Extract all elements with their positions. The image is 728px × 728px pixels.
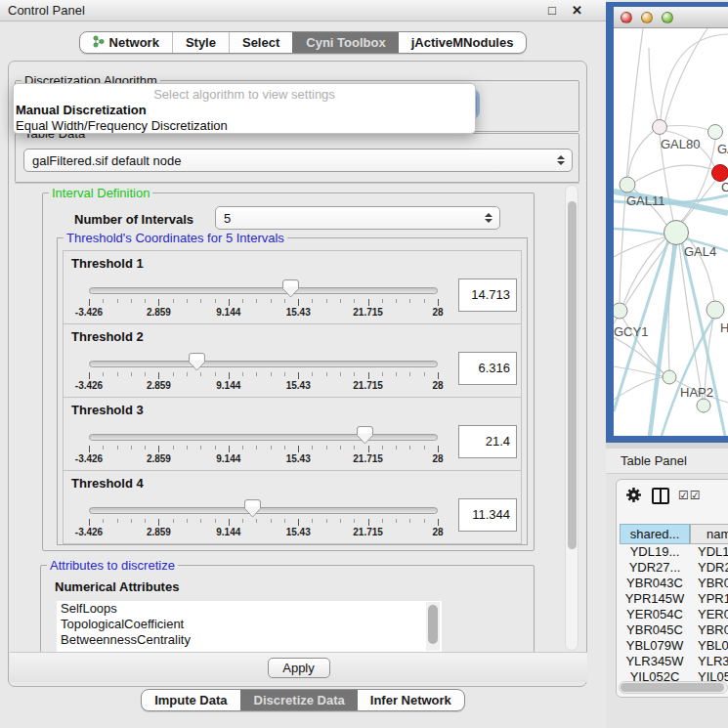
- bottom-tab-impute-data[interactable]: Impute Data: [142, 690, 239, 710]
- cell-name[interactable]: YDL19...: [690, 544, 728, 560]
- slider-ticks-2: [89, 372, 438, 380]
- select-checkboxes-icon[interactable]: ☑☑: [678, 489, 702, 502]
- slider-thumb-1[interactable]: [282, 279, 299, 298]
- cell-shared-name[interactable]: YBR043C: [620, 576, 690, 591]
- cell-shared-name[interactable]: YBR045C: [620, 622, 690, 638]
- control-panel-titlebar: Control Panel □ ✕: [0, 0, 606, 21]
- table-data-combobox[interactable]: galFiltered.sif default node: [23, 149, 573, 172]
- slider-thumb-3[interactable]: [357, 426, 373, 445]
- dropdown-hint-item[interactable]: Select algorithm to view settings: [14, 87, 475, 102]
- network-edge[interactable]: [661, 34, 728, 119]
- table-header-row: shared...name: [620, 524, 728, 544]
- H-node[interactable]: [707, 301, 724, 319]
- table-panel-title: Table Panel: [621, 453, 687, 468]
- tab-network[interactable]: Network: [80, 32, 172, 53]
- GAL4-node[interactable]: [664, 221, 689, 245]
- table-row[interactable]: YBR045CYBR045C: [620, 622, 728, 638]
- tab-select[interactable]: Select: [229, 32, 292, 53]
- network-edge[interactable]: [635, 165, 711, 182]
- node-label-gal80: GAL80: [661, 137, 700, 151]
- selected-red-node[interactable]: [712, 165, 728, 182]
- table-row[interactable]: YER054CYER054C: [620, 607, 728, 622]
- table-row[interactable]: YBL079WYBL079W: [620, 638, 728, 654]
- threshold-label-1: Threshold 1: [71, 256, 144, 271]
- mac-minimize-button[interactable]: [641, 12, 653, 23]
- cell-shared-name[interactable]: YER054C: [620, 607, 690, 622]
- attribute-item-betweennesscentrality[interactable]: BetweennessCentrality: [57, 632, 442, 648]
- network-canvas[interactable]: GAL80GACGAL11GAL4GCY1HHAP2: [614, 28, 728, 436]
- cell-shared-name[interactable]: YDR27...: [620, 560, 690, 576]
- table-row[interactable]: YBR043CYBR043C: [620, 576, 728, 591]
- slider-thumb-2[interactable]: [189, 353, 205, 371]
- table-row[interactable]: YPR145WYPR145W: [620, 591, 728, 607]
- mac-close-button[interactable]: [621, 12, 632, 23]
- slider-track-2[interactable]: [89, 361, 438, 367]
- cell-name[interactable]: YER054C: [690, 607, 728, 622]
- network-window-titlebar: [614, 7, 728, 28]
- attribute-item-selfloops[interactable]: SelfLoops: [57, 601, 442, 617]
- table-row[interactable]: YLR345WYLR345W: [620, 654, 728, 669]
- network-edge[interactable]: [620, 28, 643, 302]
- bottom-tab-discretize-data[interactable]: Discretize Data: [240, 690, 358, 710]
- numerical-attributes-list[interactable]: SelfLoopsTopologicalCoefficientBetweenne…: [57, 601, 442, 652]
- number-of-intervals-combobox[interactable]: 5: [215, 206, 500, 230]
- slider-track-3[interactable]: [89, 434, 438, 441]
- cell-name[interactable]: YDR27...: [690, 560, 728, 576]
- close-icon[interactable]: ✕: [572, 3, 582, 18]
- tab-cyni-toolbox[interactable]: Cyni Toolbox: [292, 32, 398, 53]
- threshold-value-field-3[interactable]: 21.4: [458, 425, 517, 458]
- cell-shared-name[interactable]: YLR345W: [620, 654, 690, 669]
- network-edge[interactable]: [628, 131, 654, 176]
- tab-jactivemnodules-label: jActiveMNodules: [411, 35, 514, 50]
- column-header-shared[interactable]: shared...: [620, 524, 690, 544]
- cell-shared-name[interactable]: YBL079W: [620, 638, 690, 654]
- network-edge[interactable]: [666, 126, 708, 131]
- dropdown-item-manual-discretization[interactable]: Manual Discretization: [16, 103, 147, 117]
- panel-scrollbar-thumb[interactable]: [568, 201, 577, 549]
- cell-name[interactable]: YPR145W: [690, 591, 728, 607]
- attributes-scrollbar[interactable]: [426, 602, 440, 651]
- GAL80-node[interactable]: [653, 120, 667, 135]
- slider-track-1[interactable]: [89, 287, 438, 294]
- tab-jactivemnodules[interactable]: jActiveMNodules: [399, 32, 527, 53]
- dropdown-item-equal-width-frequency[interactable]: Equal Width/Frequency Discretization: [16, 118, 228, 133]
- table-row[interactable]: YDR27...YDR27...: [620, 560, 728, 576]
- table-row[interactable]: YDL19...YDL19...: [620, 544, 728, 560]
- panel-vertical-scrollbar[interactable]: [565, 185, 578, 651]
- network-edge[interactable]: [664, 28, 707, 123]
- mac-zoom-button[interactable]: [662, 12, 673, 23]
- network-edge[interactable]: [649, 48, 658, 120]
- table-hscrollbar-thumb[interactable]: [621, 683, 724, 692]
- cell-name[interactable]: YBR043C: [690, 576, 728, 591]
- network-edge[interactable]: [614, 366, 663, 376]
- apply-button[interactable]: Apply: [268, 658, 330, 678]
- split-columns-icon[interactable]: [652, 488, 669, 504]
- slider-thumb-4[interactable]: [244, 499, 261, 518]
- slider-track-4[interactable]: [89, 507, 438, 514]
- tab-style[interactable]: Style: [172, 32, 229, 53]
- cell-name[interactable]: YBR045C: [690, 622, 728, 638]
- gear-icon[interactable]: [625, 487, 642, 506]
- column-header-name[interactable]: name: [690, 524, 728, 544]
- cell-name[interactable]: YLR345W: [690, 654, 728, 669]
- cell-shared-name[interactable]: YPR145W: [620, 591, 690, 607]
- table-horizontal-scrollbar[interactable]: [619, 681, 728, 694]
- bottom-tab-infer-network[interactable]: Infer Network: [358, 690, 464, 710]
- threshold-row-1: Threshold 1-3.4262.8599.14415.4321.71528…: [63, 250, 522, 324]
- bottom-node[interactable]: [697, 399, 710, 412]
- attributes-scrollbar-thumb[interactable]: [428, 605, 438, 644]
- GAL11-node[interactable]: [620, 177, 635, 193]
- threshold-value-field-4[interactable]: 11.344: [458, 498, 517, 532]
- threshold-value-field-2[interactable]: 6.316: [458, 352, 517, 385]
- attributes-group-label: Attributes to discretize: [47, 558, 178, 573]
- cell-name[interactable]: YBL079W: [690, 638, 728, 654]
- cell-shared-name[interactable]: YDL19...: [620, 544, 690, 560]
- float-window-icon[interactable]: □: [548, 3, 556, 18]
- attribute-item-topologicalcoefficient[interactable]: TopologicalCoefficient: [57, 617, 442, 632]
- node-table: shared...name YDL19...YDL19...YDR27...YD…: [620, 524, 728, 682]
- HAP2-node[interactable]: [663, 370, 676, 384]
- threshold-row-3: Threshold 3-3.4262.8599.14415.4321.71528…: [63, 397, 522, 471]
- GCY1-node[interactable]: [614, 303, 627, 319]
- threshold-value-field-1[interactable]: 14.713: [458, 278, 517, 312]
- top-right-node[interactable]: [708, 125, 723, 140]
